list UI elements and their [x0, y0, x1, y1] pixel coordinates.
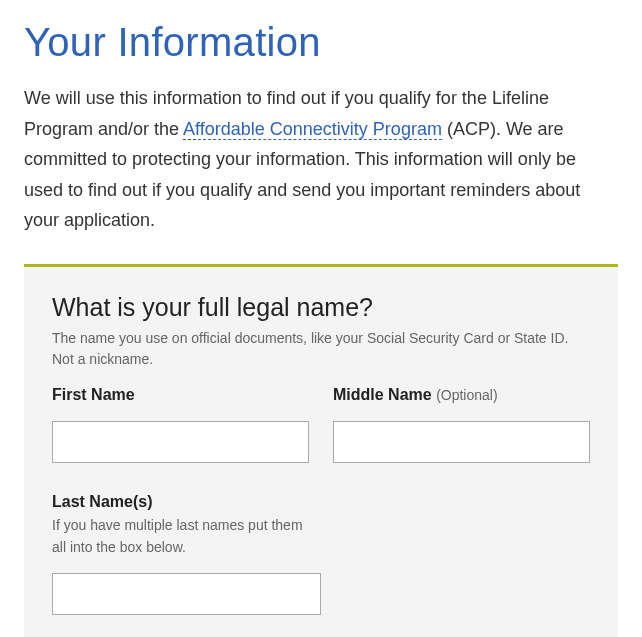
first-name-input[interactable]: [52, 421, 309, 463]
last-name-input[interactable]: [52, 573, 321, 615]
first-name-label: First Name: [52, 386, 309, 404]
last-name-field: Last Name(s) If you have multiple last n…: [52, 493, 321, 615]
first-name-field: First Name: [52, 386, 309, 463]
middle-name-label-text: Middle Name: [333, 386, 436, 403]
middle-name-input[interactable]: [333, 421, 590, 463]
last-name-block: Last Name(s) If you have multiple last n…: [52, 493, 590, 615]
intro-paragraph: We will use this information to find out…: [24, 83, 618, 236]
page-title: Your Information: [24, 20, 618, 65]
middle-name-field: Middle Name (Optional): [333, 386, 590, 463]
last-name-sub: If you have multiple last names put them…: [52, 514, 312, 559]
middle-name-label: Middle Name (Optional): [333, 386, 590, 404]
panel-helper: The name you use on official documents, …: [52, 328, 590, 370]
name-panel: What is your full legal name? The name y…: [24, 264, 618, 637]
acp-link[interactable]: Affordable Connectivity Program: [183, 119, 442, 140]
panel-heading: What is your full legal name?: [52, 293, 590, 322]
middle-name-optional: (Optional): [436, 387, 497, 403]
last-name-label: Last Name(s): [52, 493, 321, 511]
name-row: First Name Middle Name (Optional): [52, 386, 590, 463]
